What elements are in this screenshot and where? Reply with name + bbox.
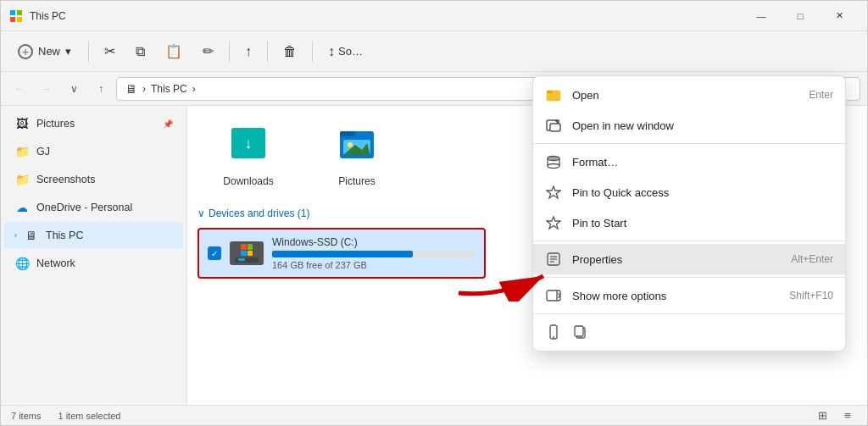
grid-view-button[interactable]: ⊞ bbox=[813, 407, 832, 425]
sidebar-item-screenshots[interactable]: 📁 Screenshots bbox=[4, 166, 183, 193]
sidebar-item-onedrive[interactable]: ☁ OneDrive - Personal bbox=[4, 194, 183, 221]
breadcrumb-pc-icon: 🖥 bbox=[125, 82, 137, 96]
pictures-icon: 🖼 bbox=[14, 117, 30, 130]
toolbar-separator-1 bbox=[88, 41, 89, 62]
sidebar-item-pictures[interactable]: 🖼 Pictures 📌 bbox=[4, 110, 183, 137]
maximize-button[interactable]: □ bbox=[781, 1, 820, 31]
pin-icon: 📌 bbox=[163, 119, 173, 129]
rename-button[interactable]: ✏ bbox=[194, 38, 222, 64]
drive-checkbox: ✓ bbox=[208, 246, 221, 260]
sort-button[interactable]: ↕ So… bbox=[320, 39, 371, 64]
sidebar-item-label: GJ bbox=[36, 146, 50, 158]
ctx-copy2-icon[interactable] bbox=[572, 324, 589, 340]
ctx-show-more[interactable]: Show more options Shift+F10 bbox=[533, 280, 845, 311]
ctx-format[interactable]: Format… bbox=[533, 147, 845, 177]
ctx-properties-label: Properties bbox=[572, 253, 781, 266]
ctx-properties-shortcut: Alt+Enter bbox=[791, 253, 833, 265]
this-pc-icon: 🖥 bbox=[24, 229, 39, 242]
ctx-phone-icon[interactable] bbox=[545, 324, 562, 340]
sidebar-item-gj[interactable]: 📁 GJ bbox=[4, 138, 183, 165]
drives-section-label: Devices and drives (1) bbox=[209, 207, 309, 219]
ctx-open-shortcut: Enter bbox=[809, 89, 833, 101]
svg-marker-21 bbox=[547, 186, 560, 198]
new-plus-icon: + bbox=[18, 44, 33, 59]
svg-rect-31 bbox=[575, 326, 583, 336]
new-chevron: ▾ bbox=[65, 45, 71, 58]
list-view-button[interactable]: ≡ bbox=[838, 407, 857, 425]
ctx-pin-start[interactable]: Pin to Start bbox=[533, 207, 845, 238]
downloads-icon: ↓ bbox=[228, 123, 269, 172]
svg-point-29 bbox=[553, 336, 554, 338]
toolbar-separator-4 bbox=[312, 41, 313, 62]
file-item-downloads[interactable]: ↓ Downloads bbox=[198, 116, 299, 194]
ctx-pin-start-label: Pin to Start bbox=[572, 217, 833, 230]
copy-icon: ⧉ bbox=[136, 44, 145, 59]
svg-point-9 bbox=[348, 142, 353, 147]
sidebar-item-label: Pictures bbox=[36, 118, 75, 130]
paste-icon: 📋 bbox=[165, 43, 182, 59]
ctx-pin-quick-icon bbox=[545, 184, 562, 201]
items-count: 7 items bbox=[11, 411, 41, 421]
sidebar-item-network[interactable]: 🌐 Network bbox=[4, 250, 183, 277]
forward-button[interactable]: → bbox=[35, 77, 58, 101]
pictures-label: Pictures bbox=[338, 175, 375, 187]
svg-point-17 bbox=[548, 164, 559, 169]
back-button[interactable]: ← bbox=[8, 77, 31, 101]
window-controls: — □ ✕ bbox=[742, 1, 859, 31]
svg-rect-1 bbox=[17, 10, 22, 15]
ctx-properties-icon bbox=[545, 251, 562, 268]
svg-rect-27 bbox=[547, 290, 560, 301]
ctx-format-icon bbox=[545, 153, 562, 170]
cut-icon: ✂ bbox=[104, 43, 115, 59]
ctx-show-more-label: Show more options bbox=[572, 290, 779, 302]
svg-rect-3 bbox=[17, 17, 22, 22]
network-icon: 🌐 bbox=[14, 257, 30, 270]
screenshots-icon: 📁 bbox=[14, 173, 30, 186]
recent-button[interactable]: ∨ bbox=[62, 77, 86, 101]
selected-count: 1 item selected bbox=[58, 411, 120, 421]
drive-item-c[interactable]: ✓ Windows-SSD (C:) bbox=[198, 228, 486, 279]
sidebar-item-label: This PC bbox=[46, 230, 83, 241]
ctx-pin-start-icon bbox=[545, 214, 562, 231]
ctx-format-label: Format… bbox=[572, 156, 833, 169]
drive-bar-fill bbox=[272, 251, 413, 257]
ctx-open[interactable]: Open Enter bbox=[533, 80, 845, 110]
ctx-pin-quick[interactable]: Pin to Quick access bbox=[533, 177, 845, 207]
file-item-pictures[interactable]: Pictures bbox=[306, 116, 408, 194]
sidebar-item-label: Network bbox=[36, 257, 75, 269]
sort-icon: ↕ bbox=[328, 44, 335, 59]
context-menu: Open Enter Open in new window bbox=[532, 75, 846, 351]
ctx-open-new-label: Open in new window bbox=[572, 119, 833, 132]
share-button[interactable]: ↑ bbox=[236, 39, 260, 64]
ctx-pin-quick-label: Pin to Quick access bbox=[572, 186, 833, 199]
status-bar: 7 items 1 item selected ⊞ ≡ bbox=[1, 405, 867, 425]
cut-button[interactable]: ✂ bbox=[96, 38, 124, 64]
svg-marker-22 bbox=[547, 217, 560, 229]
file-explorer-window: This PC — □ ✕ + New ▾ ✂ ⧉ 📋 ✏ ↑ bbox=[0, 0, 868, 426]
svg-rect-2 bbox=[10, 17, 15, 22]
new-button[interactable]: + New ▾ bbox=[8, 39, 81, 64]
view-label: So… bbox=[338, 45, 363, 58]
ctx-sep-3 bbox=[533, 277, 845, 278]
up-button[interactable]: ↑ bbox=[89, 77, 113, 101]
onedrive-icon: ☁ bbox=[14, 201, 30, 214]
drive-icon bbox=[230, 241, 264, 265]
svg-point-18 bbox=[548, 157, 559, 161]
toolbar-separator-2 bbox=[229, 41, 230, 62]
ctx-sep-1 bbox=[533, 143, 845, 144]
copy-button[interactable]: ⧉ bbox=[127, 39, 153, 64]
close-button[interactable]: ✕ bbox=[820, 1, 859, 31]
window-title: This PC bbox=[30, 10, 742, 22]
downloads-label: Downloads bbox=[223, 175, 273, 187]
svg-rect-0 bbox=[10, 10, 15, 15]
ctx-properties[interactable]: Properties Alt+Enter bbox=[533, 244, 845, 274]
minimize-button[interactable]: — bbox=[742, 1, 781, 31]
paste-button[interactable]: 📋 bbox=[157, 38, 191, 64]
ctx-sep-4 bbox=[533, 313, 845, 314]
ctx-show-more-icon bbox=[545, 287, 562, 304]
ctx-open-new-window[interactable]: Open in new window bbox=[533, 110, 845, 141]
svg-text:↓: ↓ bbox=[245, 135, 253, 152]
delete-button[interactable]: 🗑 bbox=[275, 39, 305, 64]
drives-collapse-icon: ∨ bbox=[198, 207, 205, 219]
sidebar-item-this-pc[interactable]: › 🖥 This PC bbox=[4, 222, 183, 249]
